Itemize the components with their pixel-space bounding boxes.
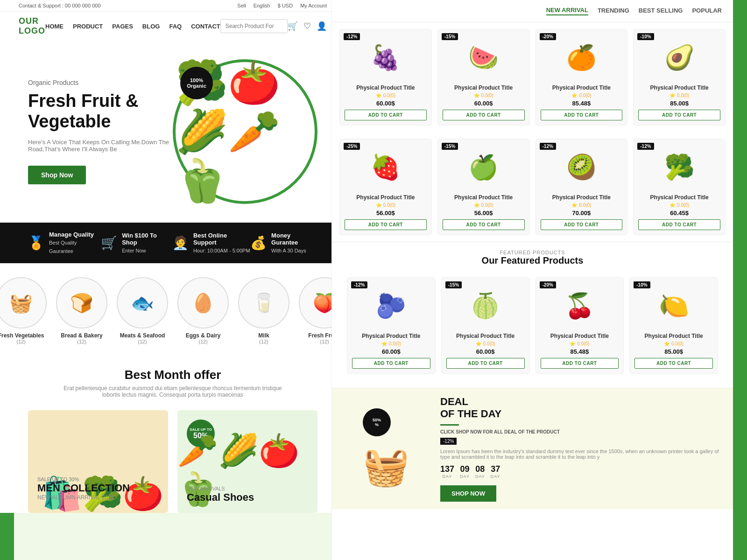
tab-best-selling[interactable]: BEST SELLING [639,7,683,15]
cat-label-milk: Milk [258,332,269,339]
guarantee-sub: With A 30 Days [271,248,306,253]
discount-badge-8: -12% [351,281,367,288]
currency-selector[interactable]: $ USD [278,3,293,8]
product-price-9: 60.00$ [446,348,525,355]
add-to-cart-3[interactable]: ADD TO CART [638,110,720,120]
product-card-5: -15% 🍏 Physical Product Title ⭐ 0.0(0) 5… [437,139,530,235]
product-title-4: Physical Product Title [345,194,427,201]
product-img-1: 🍉 [443,34,525,81]
countdown-label-1: DAY [460,474,470,479]
user-icon[interactable]: 👤 [317,21,327,31]
band-quality: 🏅 Manage Quality Best Quality Gaurantee [28,231,101,255]
sell-link[interactable]: Sell [237,3,246,8]
add-to-cart-7[interactable]: ADD TO CART [638,219,720,230]
shop-now-button[interactable]: Shop Now [28,166,86,184]
cat-bread-bakery[interactable]: 🍞 Bread & Bakery (12) [56,277,107,344]
product-rating-1: ⭐ 0.0(0) [443,93,525,98]
product-img-5: 🍏 [443,144,525,190]
nav-product[interactable]: PRODUCT [73,23,103,30]
nav-home[interactable]: HOME [45,23,63,30]
product-price-10: 85.48$ [541,348,619,355]
nav-blog[interactable]: BLOG [142,23,160,30]
header-icons: 🛒 ♡ 👤 [288,21,327,31]
language-selector[interactable]: English [254,3,270,8]
deal-badge-label: % [375,422,379,427]
add-to-cart-1[interactable]: ADD TO CART [443,110,525,120]
header: OUR LOGO HOME PRODUCT PAGES BLOG FAQ CON… [0,12,345,41]
product-title-5: Physical Product Title [443,194,525,201]
tab-trending[interactable]: TRENDING [598,7,629,15]
add-to-cart-2[interactable]: ADD TO CART [541,110,623,120]
hero-description: Here's A Voice That Keeps On Calling Me.… [28,139,173,153]
cat-meats-seafood[interactable]: 🐟 Meats & Seafood (12) [117,277,168,344]
add-to-cart-10[interactable]: ADD TO CART [541,358,619,369]
deal-title: DEALOF THE DAY [440,396,726,420]
add-to-cart-11[interactable]: ADD TO CART [634,358,713,369]
product-rating-8: ⭐ 0.0(0) [352,341,430,346]
badge-organic: Organic [187,83,206,89]
add-to-cart-5[interactable]: ADD TO CART [443,219,525,230]
categories-section: 🧺 Fresh Vegetables (12) 🍞 Bread & Bakery… [0,263,345,358]
countdown-label-2: DAY [475,474,485,479]
quality-icon: 🏅 [28,235,44,251]
nav-contact[interactable]: CONTACT [191,23,220,30]
band-win: 🛒 Win $100 To Shop Enter Now [101,232,172,254]
nav-faq[interactable]: FAQ [169,23,182,30]
promo-new-text: NEW ARRIVALS Casual Shoes [187,486,254,504]
cat-count-bread: (12) [77,339,86,344]
product-img-2: 🍊 [541,34,623,81]
discount-badge-6: -12% [540,143,556,150]
search-bar[interactable]: All Categories 🔍 [220,19,288,33]
cat-count-meat: (12) [138,339,147,344]
logo: OUR LOGO [19,16,45,36]
casual-shoes-sub: Casual Shoes [187,491,254,504]
wishlist-icon[interactable]: ♡ [303,21,311,31]
add-to-cart-0[interactable]: ADD TO CART [345,110,427,120]
deal-shop-now-button[interactable]: SHOP NOW [440,485,496,502]
cat-milk[interactable]: 🥛 Milk (12) [238,277,289,344]
product-grid-row3: -12% 🫐 Physical Product Title ⭐ 0.0(0) 6… [339,271,726,380]
product-price-6: 70.00$ [541,210,623,217]
add-to-cart-9[interactable]: ADD TO CART [446,358,525,369]
promo-men-collection[interactable]: 🛍️🥦🍅 SALE UP TO 30% MEN COLLECTION NEW A… [28,410,168,513]
hero-image: 100% Organic 🥦🍅🌽🥕🫑 [173,59,317,204]
cat-fresh-vegetables[interactable]: 🧺 Fresh Vegetables (12) [0,277,47,344]
product-price-11: 85.00$ [634,348,713,355]
countdown-day-3: 37 DAY [491,464,500,479]
search-input[interactable] [221,20,288,32]
product-title-11: Physical Product Title [634,333,713,339]
deal-badge-off: -12% [440,438,457,445]
cat-image-milk: 🥛 [238,277,289,329]
cat-image-veg: 🧺 [0,277,47,329]
guarantee-title: Money Gurantee [271,232,317,246]
cart-icon[interactable]: 🛒 [288,21,298,31]
product-grid-row1: -12% 🍇 Physical Product Title ⭐ 0.0(0) 6… [332,22,733,132]
badge-percent: 100% [190,77,203,83]
discount-badge-7: -12% [637,143,654,150]
add-to-cart-8[interactable]: ADD TO CART [352,358,430,369]
product-title-3: Physical Product Title [638,84,720,91]
best-offer-title: Best Month offer [28,368,317,382]
product-card-6: -12% 🥝 Physical Product Title ⭐ 0.0(0) 7… [536,139,628,235]
product-grid-row2: -25% 🍓 Physical Product Title ⭐ 0.0(0) 5… [332,132,733,242]
quality-sub: Best Quality Gaurantee [49,240,77,254]
tab-new-arrival[interactable]: NEW ARRIVAL [546,7,588,15]
discount-badge-4: -25% [344,143,360,150]
add-to-cart-4[interactable]: ADD TO CART [345,219,427,230]
promo-new-arrivals[interactable]: SALE UP TO 50% 🥕🌽🍅🫑 NEW ARRIVALS Casual … [177,410,317,513]
add-to-cart-6[interactable]: ADD TO CART [541,219,623,230]
discount-badge-2: -20% [540,33,556,40]
best-offer-section: Best Month offer Erat pellentesque curab… [0,358,345,403]
product-card-11: -10% 🍋 Physical Product Title ⭐ 0.0(0) 8… [629,277,718,374]
countdown-num-3: 37 [491,464,500,474]
countdown-label-0: DAY [440,474,454,479]
tab-popular[interactable]: POPULAR [692,7,722,15]
countdown-num-0: 137 [440,464,454,474]
featured-title: Our Featured Products [339,255,726,266]
guarantee-icon: 💰 [250,235,267,251]
account-link[interactable]: My Account [300,3,327,8]
cat-eggs-dairy[interactable]: 🥚 Eggs & Dairy (12) [177,277,229,344]
countdown-day-2: 08 DAY [475,464,485,479]
nav-pages[interactable]: PAGES [112,23,133,30]
product-card-0: -12% 🍇 Physical Product Title ⭐ 0.0(0) 6… [339,29,432,126]
